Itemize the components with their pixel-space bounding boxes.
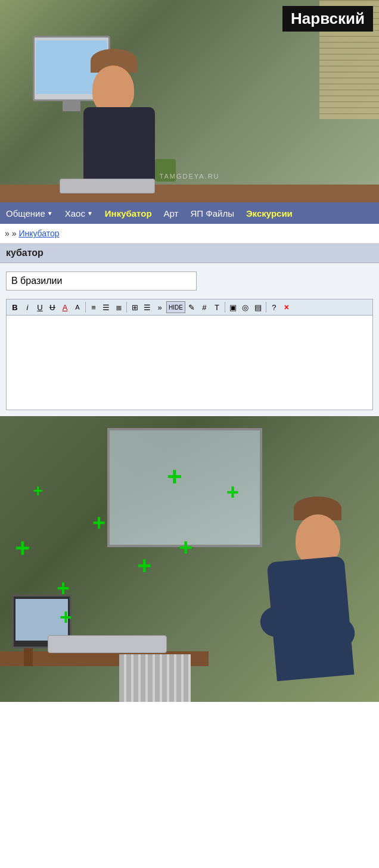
section-header: кубатор [0,243,379,263]
breadcrumb-link[interactable]: Инкубатор [18,229,59,238]
breadcrumb: » » Инкубатор [0,224,379,243]
toolbar-strikethrough[interactable]: Ʉ [46,301,58,313]
toolbar-separator-3 [225,302,225,313]
editor-toolbar: B i U Ʉ A A ≡ ☰ ≣ ⊞ ☰ » HIDE ✎ # T ▣ ◎ ▤… [6,299,373,315]
toolbar-hash[interactable]: # [198,301,210,313]
keyboard [60,179,155,193]
top-image: TAMGDEYA.RU Нарвский [0,0,379,202]
toolbar-align-left[interactable]: ≡ [88,301,100,313]
dropdown-caret: ▼ [47,210,53,217]
toolbar-separator-4 [266,302,266,313]
toolbar-align-center[interactable]: ☰ [100,301,112,313]
toolbar-font-size[interactable]: A [72,301,83,313]
title-input[interactable] [6,271,197,291]
bottom-image: + + + + + + + + + [0,416,379,702]
nav-item-haos[interactable]: Хаос ▼ [59,202,99,224]
toolbar-separator [85,302,86,313]
editor-area[interactable] [6,315,373,410]
toolbar-separator-2 [126,302,127,313]
toolbar-text[interactable]: T [211,301,223,313]
nav-item-obshenie[interactable]: Общение ▼ [0,202,59,224]
toolbar-list[interactable]: ☰ [141,301,153,313]
nav-item-art[interactable]: Арт [158,202,185,224]
toolbar-more[interactable]: » [154,301,166,313]
toolbar-hide[interactable]: HIDE [166,301,185,313]
toolbar-link[interactable]: ⊞ [129,301,141,313]
nav-item-ekskursii[interactable]: Экскурсии [240,202,299,224]
toolbar-underline[interactable]: U [34,301,46,313]
radiator [119,654,191,702]
toolbar-italic[interactable]: i [21,301,33,313]
dropdown-caret: ▼ [87,210,93,217]
toolbar-align-right[interactable]: ≣ [113,301,125,313]
person2 [242,452,361,702]
toolbar-flash[interactable]: ◎ [240,301,251,313]
toolbar-bold[interactable]: B [9,301,21,313]
nav-item-inkubator[interactable]: Инкубатор [99,202,158,224]
keyboard2 [48,635,167,653]
navigation-bar: Общение ▼ Хаос ▼ Инкубатор Арт ЯП Файлы … [0,202,379,224]
toolbar-help[interactable]: ? [268,301,280,313]
narvsky-label: Нарвский [282,6,373,32]
breadcrumb-separator: » [5,229,10,238]
bg-window-frame [107,428,262,547]
nav-item-yap-faily[interactable]: ЯП Файлы [184,202,240,224]
toolbar-edit[interactable]: ✎ [186,301,198,313]
toolbar-image[interactable]: ▣ [227,301,239,313]
toolbar-video[interactable]: ▤ [252,301,264,313]
watermark: TAMGDEYA.RU [159,173,219,180]
content-area: B i U Ʉ A A ≡ ☰ ≣ ⊞ ☰ » HIDE ✎ # T ▣ ◎ ▤… [0,263,379,416]
toolbar-close[interactable]: × [281,301,293,313]
toolbar-font-color[interactable]: A [59,301,71,313]
title-input-wrapper [6,271,373,291]
